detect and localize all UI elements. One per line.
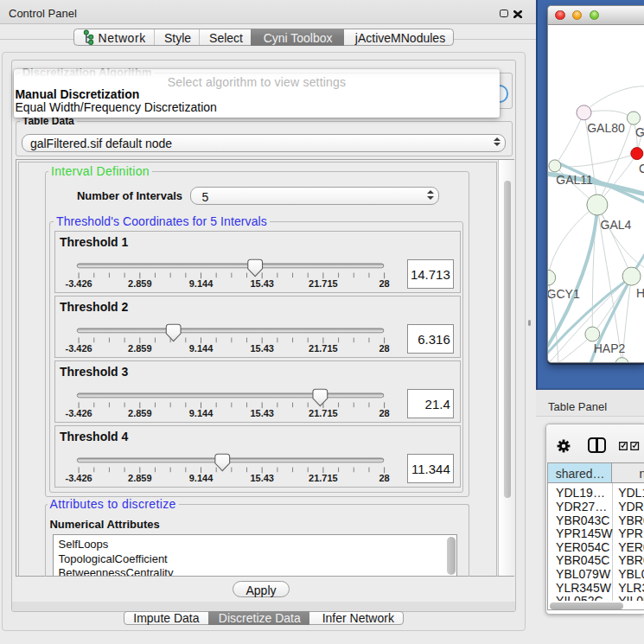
- svg-text:21.715: 21.715: [309, 409, 338, 419]
- svg-text:GAL11: GAL11: [556, 172, 593, 186]
- svg-text:GAL80: GAL80: [587, 121, 625, 135]
- svg-text:15.43: 15.43: [250, 344, 274, 354]
- svg-text:21.715: 21.715: [309, 344, 338, 354]
- svg-text:9.144: 9.144: [188, 474, 213, 484]
- svg-text:GAL3: GAL3: [635, 124, 644, 138]
- svg-text:2.859: 2.859: [128, 344, 152, 354]
- svg-text:28: 28: [379, 474, 389, 484]
- svg-text:9.144: 9.144: [188, 344, 213, 354]
- svg-text:GCY1: GCY1: [548, 287, 580, 301]
- svg-text:9.144: 9.144: [188, 409, 213, 419]
- svg-text:2.859: 2.859: [128, 279, 152, 290]
- svg-text:-3.426: -3.426: [65, 344, 92, 354]
- svg-text:HAP2: HAP2: [594, 341, 626, 355]
- svg-text:-3.426: -3.426: [65, 279, 92, 290]
- svg-text:CRP1: CRP1: [639, 161, 644, 175]
- svg-text:21.715: 21.715: [309, 279, 338, 290]
- svg-text:28: 28: [379, 344, 389, 354]
- svg-text:GAL4: GAL4: [601, 217, 632, 231]
- svg-text:-3.426: -3.426: [65, 409, 92, 419]
- svg-text:9.144: 9.144: [188, 279, 213, 290]
- svg-text:HAP1: HAP1: [636, 286, 644, 300]
- svg-text:-3.426: -3.426: [65, 474, 92, 484]
- svg-text:21.715: 21.715: [309, 474, 338, 484]
- svg-text:2.859: 2.859: [128, 474, 152, 484]
- svg-text:28: 28: [379, 279, 389, 290]
- svg-text:15.43: 15.43: [250, 474, 274, 484]
- svg-text:15.43: 15.43: [250, 409, 274, 419]
- svg-text:2.859: 2.859: [128, 409, 152, 419]
- svg-text:15.43: 15.43: [250, 279, 274, 290]
- svg-text:28: 28: [379, 409, 389, 419]
